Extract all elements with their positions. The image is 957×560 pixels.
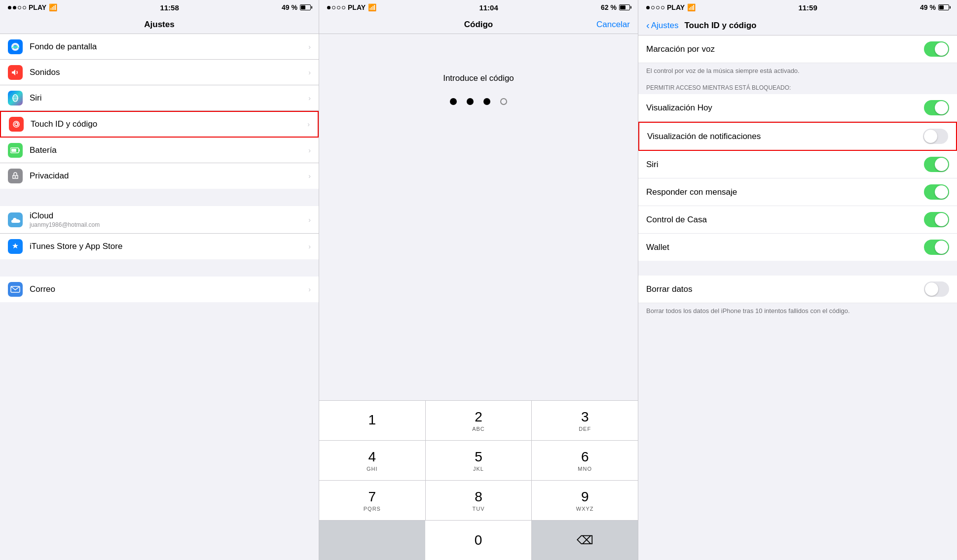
sonidos-title: Sonidos [30,68,304,77]
numpad-key-1[interactable]: 1 [319,401,426,440]
battery-label-1: 49 % [282,3,297,11]
numpad-key-delete[interactable]: ⌫ [532,521,638,560]
key-number-2: 2 [475,409,482,425]
signal-dot-empty [23,6,26,9]
marcacion-toggle[interactable] [924,41,949,57]
numpad-key-6[interactable]: 6 MNO [532,441,638,480]
carrier-label-1: PLAY [29,3,46,11]
settings-item-icloud[interactable]: iCloud juanmy1986@hotmail.com › [0,206,319,234]
key-letters-4: GHI [367,466,378,472]
borrar-datos-row[interactable]: Borrar datos [638,276,957,303]
toggle-thumb [935,158,948,171]
settings-item-correo[interactable]: Correo › [0,277,319,302]
visualizacion-hoy-row[interactable]: Visualización Hoy [638,94,957,122]
responder-toggle[interactable] [924,184,949,200]
cancel-button[interactable]: Cancelar [596,20,630,30]
key-number-0: 0 [475,532,482,548]
key-number-1: 1 [368,412,376,428]
touchid-chevron: › [307,120,310,128]
siri-title: Siri [30,93,304,103]
settings-item-itunes[interactable]: iTunes Store y App Store › [0,234,319,259]
key-letters-2: ABC [472,426,485,432]
code-area: Introduce el código [319,34,638,400]
touchid-icon [9,117,24,132]
responder-row[interactable]: Responder con mensaje [638,178,957,206]
marcacion-row[interactable]: Marcación por voz [638,35,957,63]
visualizacion-notif-toggle[interactable] [923,129,948,144]
numpad-key-4[interactable]: 4 GHI [319,441,426,480]
battery-fill-2 [620,5,626,9]
svg-rect-8 [11,149,16,152]
toggle-thumb [924,130,937,143]
nav-bar-1: Ajustes [0,15,319,34]
battery-icon-1 [300,4,311,10]
siri-text: Siri [30,93,304,103]
numpad-key-3[interactable]: 3 DEF [532,401,638,440]
numpad-key-5[interactable]: 5 JKL [426,441,532,480]
wifi-icon-2: 📶 [368,3,376,11]
numpad-key-7[interactable]: 7 PQRS [319,481,426,520]
note-2: Borrar todos los datos del iPhone tras 1… [638,303,957,321]
key-number-4: 4 [368,449,376,465]
delete-icon: ⌫ [577,533,593,547]
panel-ajustes: PLAY 📶 11:58 49 % Ajustes Fondo de panta… [0,0,319,560]
code-prompt: Introduce el código [443,73,514,83]
carrier-label-2: PLAY [348,3,366,11]
status-left-2: PLAY 📶 [327,3,376,11]
wallet-label: Wallet [646,243,924,252]
numpad-key-2[interactable]: 2 ABC [426,401,532,440]
key-letters-5: JKL [473,466,484,472]
borrar-datos-toggle[interactable] [924,281,949,297]
numpad-key-8[interactable]: 8 TUV [426,481,532,520]
siri-toggle[interactable] [924,157,949,172]
settings-item-bateria[interactable]: Batería › [0,138,319,163]
signal-dots-1 [8,6,26,9]
control-casa-toggle[interactable] [924,212,949,227]
numpad-key-9[interactable]: 9 WXYZ [532,481,638,520]
back-button[interactable]: ‹ Ajustes [646,20,678,31]
panel-touchid: PLAY 📶 11:59 49 % ‹ Ajustes Touch ID y c… [638,0,957,560]
key-letters-7: PQRS [364,506,381,512]
settings-item-touchid[interactable]: Touch ID y código › [0,111,319,138]
separator-1 [0,189,319,206]
nav-title-3: Touch ID y código [684,21,756,31]
settings-list-1: Fondo de pantalla › Sonidos › [0,34,319,560]
signal-dot-empty [656,6,660,9]
visualizacion-notif-row[interactable]: Visualización de notificaciones [638,122,957,151]
key-letters-9: WXYZ [576,506,594,512]
bateria-text: Batería [30,145,304,155]
section-2: iCloud juanmy1986@hotmail.com › iTunes S… [0,206,319,259]
back-chevron-icon: ‹ [646,20,650,31]
status-right-1: 49 % [282,3,311,11]
siri-row[interactable]: Siri [638,151,957,178]
control-casa-row[interactable]: Control de Casa [638,206,957,234]
fondo-text: Fondo de pantalla [30,42,304,52]
nav-bar-2: Código Cancelar [319,15,638,34]
visualizacion-hoy-toggle[interactable] [924,100,949,115]
settings-item-sonidos[interactable]: Sonidos › [0,60,319,85]
settings-item-privacidad[interactable]: Privacidad › [0,163,319,189]
key-letters-8: TUV [473,506,485,512]
numpad-row-2: 4 GHI 5 JKL 6 MNO [319,441,638,481]
code-dot-2 [467,98,474,105]
nav-title-2: Código [464,20,493,30]
signal-dot-empty [342,6,345,9]
privacidad-title: Privacidad [30,171,304,181]
toggle-thumb [935,185,948,199]
code-dot-4 [500,98,507,105]
settings-item-siri[interactable]: Siri › [0,85,319,111]
key-letters-6: MNO [578,466,592,472]
signal-dot [8,6,11,9]
wallet-row[interactable]: Wallet [638,234,957,261]
section-label-text: PERMITIR ACCESO MIENTRAS ESTÁ BLOQUEADO: [646,84,791,91]
wallet-toggle[interactable] [924,240,949,255]
separator-3 [638,261,957,276]
status-right-3: 49 % [920,3,949,11]
numpad: 1 2 ABC 3 DEF 4 GHI 5 JKL 6 MNO [319,400,638,560]
settings-item-fondo[interactable]: Fondo de pantalla › [0,34,319,60]
numpad-key-0[interactable]: 0 [425,521,532,560]
fondo-title: Fondo de pantalla [30,42,304,52]
key-number-5: 5 [475,449,482,465]
touchid-text: Touch ID y código [31,119,303,129]
battery-fill-3 [939,5,944,9]
